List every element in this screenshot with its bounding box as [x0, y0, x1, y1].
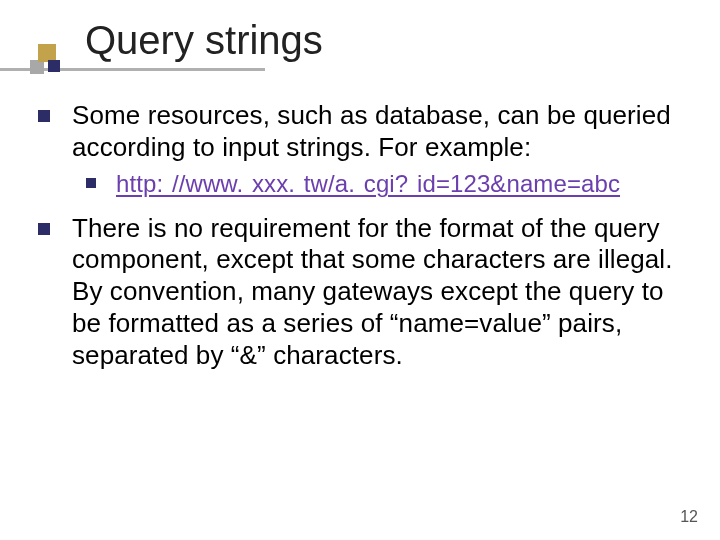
deco-square-gray [30, 60, 44, 74]
sub-bullet-1: http: //www. xxx. tw/a. cgi? id=123&name… [86, 169, 698, 198]
square-bullet-icon [38, 223, 50, 235]
bullet-2: There is no requirement for the format o… [38, 213, 698, 372]
page-number: 12 [680, 508, 698, 526]
sub-bullet-1-text: http: //www. xxx. tw/a. cgi? id=123&name… [116, 169, 620, 198]
slide-title: Query strings [85, 18, 323, 63]
bullet-1-text: Some resources, such as database, can be… [72, 100, 698, 163]
url-base: http: //www. xxx. tw/a. cgi? [116, 170, 417, 197]
square-bullet-icon [38, 110, 50, 122]
bullet-1: Some resources, such as database, can be… [38, 100, 698, 163]
deco-square-navy [48, 60, 60, 72]
bullet-2-text: There is no requirement for the format o… [72, 213, 698, 372]
url-querystring: id=123&name=abc [417, 170, 620, 197]
square-bullet-icon [86, 178, 96, 188]
example-url-link[interactable]: http: //www. xxx. tw/a. cgi? id=123&name… [116, 170, 620, 197]
slide-body: Some resources, such as database, can be… [38, 100, 698, 377]
